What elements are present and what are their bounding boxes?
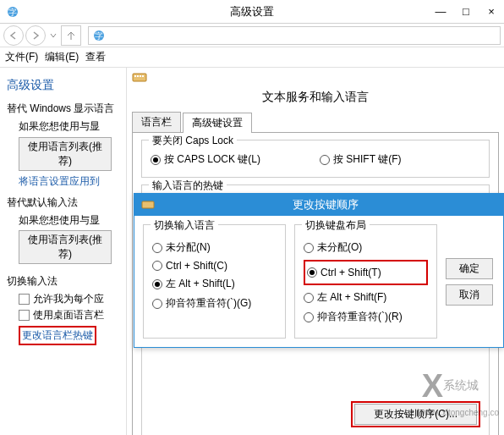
breadcrumb[interactable]: 字 bbox=[88, 26, 501, 45]
tab-langbar[interactable]: 语言栏 bbox=[132, 112, 181, 132]
window-title: 高级设置 bbox=[0, 4, 504, 19]
caps-capslock-radio[interactable]: 按 CAPS LOCK 键(L) bbox=[151, 152, 260, 167]
page-title: 高级设置 bbox=[7, 78, 119, 93]
apply-lang-settings-link[interactable]: 将语言设置应用到 bbox=[19, 174, 119, 189]
keyboard-icon bbox=[132, 71, 147, 86]
change-key-sequence-dialog: 更改按键顺序 切换输入语言 未分配(N) Ctrl + Shift(C) 左 A… bbox=[134, 193, 504, 348]
forward-button[interactable] bbox=[25, 25, 46, 46]
highlight-change-hotkey: 更改语言栏热键 bbox=[19, 326, 96, 345]
tab-advanced-keys[interactable]: 高级键设置 bbox=[183, 113, 252, 133]
caps-capslock-label: 按 CAPS LOCK 键(L) bbox=[164, 152, 260, 167]
svg-rect-6 bbox=[137, 75, 139, 77]
menu-view[interactable]: 查看 bbox=[85, 50, 106, 64]
caps-group-title: 要关闭 Caps Lock bbox=[149, 134, 237, 148]
keyboard-icon bbox=[141, 200, 155, 210]
highlight-ctrl-shift-t: Ctrl + Shift(T) bbox=[304, 260, 428, 285]
kbd-layout-leftalt-shift-radio[interactable]: 左 Alt + Shift(F) bbox=[304, 290, 428, 305]
input-lang-leftalt-shift-radio[interactable]: 左 Alt + Shift(L) bbox=[152, 277, 277, 291]
switch-kbd-layout-group: 切换键盘布局 bbox=[302, 218, 370, 233]
up-button[interactable] bbox=[61, 25, 81, 46]
change-langbar-hotkey-link[interactable]: 更改语言栏热键 bbox=[22, 329, 93, 341]
caps-shift-label: 按 SHIFT 键(F) bbox=[333, 152, 401, 167]
ok-button[interactable]: 确定 bbox=[446, 258, 493, 279]
dialog-title: 文本服务和输入语言 bbox=[132, 90, 499, 105]
input-lang-ctrl-shift-radio[interactable]: Ctrl + Shift(C) bbox=[152, 260, 277, 272]
svg-rect-4 bbox=[133, 74, 146, 81]
group-default-ime: 替代默认输入法 bbox=[7, 195, 119, 210]
group-switch-ime: 切换输入法 bbox=[7, 274, 119, 289]
default-ime-dropdown[interactable]: 使用语言列表(推荐) bbox=[19, 230, 112, 264]
change-key-sequence-button[interactable]: 更改按键顺序(C)... bbox=[354, 404, 477, 425]
group-windows-lang: 替代 Windows 显示语言 bbox=[7, 102, 119, 116]
per-app-ime-label: 允许我为每个应 bbox=[33, 292, 104, 306]
windows-lang-dropdown[interactable]: 使用语言列表(推荐) bbox=[19, 137, 112, 171]
highlight-change-sequence: 更改按键顺序(C)... bbox=[351, 401, 480, 427]
desktop-langbar-label: 使用桌面语言栏 bbox=[33, 308, 104, 322]
per-app-ime-checkbox[interactable]: 允许我为每个应 bbox=[19, 292, 119, 306]
history-dropdown[interactable] bbox=[47, 25, 59, 46]
menu-edit[interactable]: 编辑(E) bbox=[45, 50, 79, 64]
svg-rect-7 bbox=[140, 75, 141, 77]
back-button[interactable] bbox=[3, 25, 24, 46]
svg-rect-5 bbox=[134, 75, 136, 77]
menu-file[interactable]: 文件(F) bbox=[5, 50, 38, 64]
hotkey-group-title: 输入语言的热键 bbox=[149, 179, 227, 193]
kbd-layout-ctrl-shift-radio[interactable]: Ctrl + Shift(T) bbox=[307, 267, 425, 278]
svg-text:字: 字 bbox=[95, 31, 103, 41]
input-lang-none-radio[interactable]: 未分配(N) bbox=[152, 240, 277, 255]
desktop-langbar-checkbox[interactable]: 使用桌面语言栏 bbox=[19, 308, 119, 322]
modal-title: 更改按键顺序 bbox=[155, 197, 496, 212]
svg-rect-9 bbox=[142, 201, 154, 208]
cancel-button[interactable]: 取消 bbox=[446, 284, 493, 306]
language-icon: 字 bbox=[92, 29, 106, 42]
kbd-layout-grave-radio[interactable]: 抑音符重音符(`)(R) bbox=[304, 310, 428, 324]
group-default-ime-desc: 如果您想使用与显 bbox=[19, 213, 119, 228]
input-lang-grave-radio[interactable]: 抑音符重音符(`)(G) bbox=[152, 296, 277, 311]
group-windows-lang-desc: 如果您想使用与显 bbox=[19, 119, 119, 134]
switch-input-lang-group: 切换输入语言 bbox=[151, 218, 218, 233]
svg-rect-8 bbox=[142, 75, 144, 77]
kbd-layout-none-radio[interactable]: 未分配(O) bbox=[304, 240, 428, 255]
caps-shift-radio[interactable]: 按 SHIFT 键(F) bbox=[320, 152, 401, 167]
